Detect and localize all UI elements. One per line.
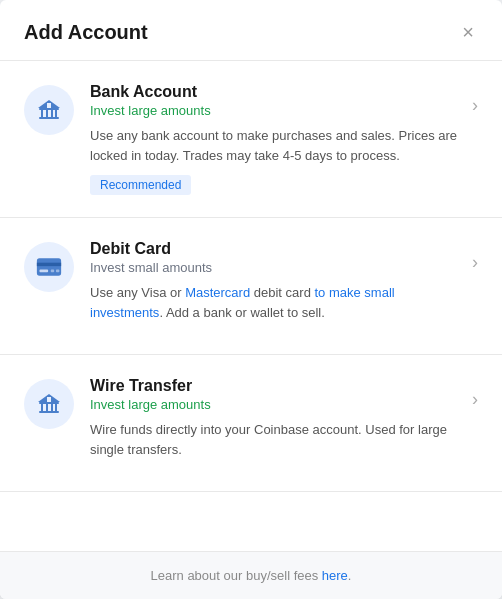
bank-account-subtitle: Invest large amounts	[90, 103, 464, 118]
debit-card-icon-circle	[24, 242, 74, 292]
svg-rect-12	[56, 270, 59, 273]
debit-card-chevron: ›	[472, 252, 478, 273]
bank-account-content: Bank Account Invest large amounts Use an…	[90, 83, 464, 195]
wire-transfer-desc: Wire funds directly into your Coinbase a…	[90, 420, 464, 459]
wire-bank-icon	[36, 391, 62, 417]
close-button[interactable]: ×	[458, 20, 478, 44]
svg-rect-14	[41, 404, 43, 411]
svg-rect-8	[37, 258, 61, 275]
wire-transfer-subtitle: Invest large amounts	[90, 397, 464, 412]
svg-rect-9	[37, 263, 61, 266]
svg-rect-2	[46, 110, 48, 117]
footer-link[interactable]: here	[322, 568, 348, 583]
wire-transfer-item[interactable]: Wire Transfer Invest large amounts Wire …	[0, 355, 502, 492]
svg-rect-7	[47, 103, 51, 108]
card-icon	[36, 257, 62, 277]
bank-account-item[interactable]: Bank Account Invest large amounts Use an…	[0, 61, 502, 218]
svg-rect-0	[39, 108, 59, 110]
svg-rect-20	[47, 397, 51, 402]
bank-account-chevron: ›	[472, 95, 478, 116]
bank-account-name: Bank Account	[90, 83, 464, 101]
svg-rect-4	[55, 110, 57, 117]
svg-rect-15	[46, 404, 48, 411]
modal-footer: Learn about our buy/sell fees here.	[0, 551, 502, 599]
svg-rect-18	[39, 411, 59, 413]
svg-rect-5	[39, 117, 59, 119]
svg-rect-1	[41, 110, 43, 117]
svg-rect-3	[51, 110, 53, 117]
svg-rect-10	[39, 270, 48, 273]
wire-transfer-name: Wire Transfer	[90, 377, 464, 395]
footer-suffix: .	[348, 568, 352, 583]
svg-rect-16	[51, 404, 53, 411]
modal-header: Add Account ×	[0, 0, 502, 61]
svg-rect-11	[51, 270, 54, 273]
bank-icon	[36, 97, 62, 123]
bank-account-desc: Use any bank account to make purchases a…	[90, 126, 464, 165]
modal-title: Add Account	[24, 21, 148, 44]
debit-card-desc: Use any Visa or Mastercard debit card to…	[90, 283, 464, 322]
wire-transfer-chevron: ›	[472, 389, 478, 410]
debit-card-subtitle: Invest small amounts	[90, 260, 464, 275]
svg-rect-17	[55, 404, 57, 411]
bank-account-icon-circle	[24, 85, 74, 135]
wire-transfer-icon-circle	[24, 379, 74, 429]
modal-body: Bank Account Invest large amounts Use an…	[0, 61, 502, 551]
mastercard-link[interactable]: Mastercard	[185, 285, 250, 300]
footer-text: Learn about our buy/sell fees	[151, 568, 322, 583]
debit-card-name: Debit Card	[90, 240, 464, 258]
debit-card-item[interactable]: Debit Card Invest small amounts Use any …	[0, 218, 502, 355]
debit-card-content: Debit Card Invest small amounts Use any …	[90, 240, 464, 332]
recommended-badge: Recommended	[90, 175, 191, 195]
add-account-modal: Add Account × Bank Account Inves	[0, 0, 502, 599]
svg-rect-13	[39, 402, 59, 404]
wire-transfer-content: Wire Transfer Invest large amounts Wire …	[90, 377, 464, 469]
